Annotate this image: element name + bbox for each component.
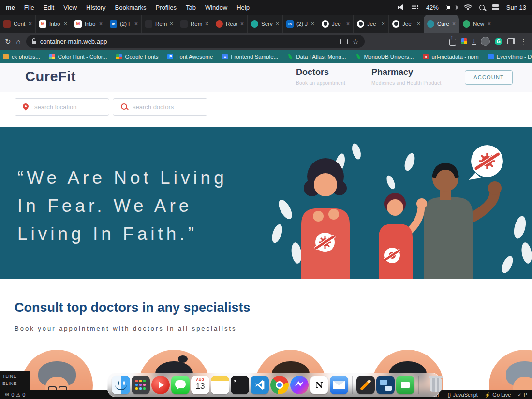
spotlight-search-icon[interactable] bbox=[479, 5, 485, 10]
dock-pencil-app-icon[interactable] bbox=[356, 376, 375, 394]
dock-vscode-icon[interactable] bbox=[251, 376, 269, 394]
nav-pharmacy[interactable]: Pharmacy Medicines and Health Product bbox=[371, 67, 442, 86]
tab-close-icon[interactable] bbox=[311, 21, 314, 27]
prettier-indicator[interactable]: P bbox=[517, 392, 527, 398]
dock-terminal-icon[interactable] bbox=[231, 376, 249, 394]
tab-close-icon[interactable] bbox=[205, 21, 208, 27]
tab-close-icon[interactable] bbox=[276, 21, 279, 27]
bookmark-item[interactable]: Everything - Docu... bbox=[488, 54, 532, 59]
browser-tab[interactable]: Jee bbox=[353, 15, 388, 33]
dock-displays-app-icon[interactable] bbox=[376, 376, 395, 394]
bookmark-item[interactable]: Data | Atlas: Mong... bbox=[287, 54, 346, 59]
search-location-input[interactable] bbox=[15, 98, 109, 116]
browser-tab[interactable]: Jee bbox=[318, 15, 353, 33]
browser-tab[interactable]: Inbo bbox=[35, 15, 71, 33]
browser-tab[interactable]: Cent bbox=[0, 15, 35, 33]
menu-tab[interactable]: Tab bbox=[186, 4, 196, 11]
nav-doctors[interactable]: Doctors Book an appointment bbox=[296, 67, 345, 86]
bookmark-item[interactable]: ck photos... bbox=[3, 54, 40, 59]
tab-close-icon[interactable] bbox=[134, 21, 138, 27]
tab-close-icon[interactable] bbox=[170, 21, 173, 27]
account-button[interactable]: ACCOUNT bbox=[465, 70, 513, 85]
tab-close-icon[interactable] bbox=[64, 21, 67, 27]
tab-close-icon[interactable] bbox=[99, 21, 103, 27]
tab-close-icon[interactable] bbox=[488, 21, 491, 27]
warnings-icon bbox=[16, 392, 20, 398]
github-favicon bbox=[357, 20, 364, 28]
dock-finder-icon[interactable] bbox=[112, 376, 130, 394]
url-text[interactable]: container-main.web.app bbox=[40, 38, 337, 45]
menu-bookmarks[interactable]: Bookmarks bbox=[115, 4, 147, 11]
browser-tab[interactable]: Rem bbox=[177, 15, 212, 33]
bookmark-item[interactable]: MongoDB Univers... bbox=[355, 54, 414, 59]
share-icon[interactable] bbox=[449, 39, 456, 46]
browser-tab[interactable]: Rem bbox=[141, 15, 177, 33]
profile-avatar[interactable] bbox=[481, 37, 490, 46]
dock-calendar-icon[interactable]: AUG 13 bbox=[191, 376, 209, 394]
tab-close-icon[interactable] bbox=[29, 21, 32, 27]
dock-launchpad-icon[interactable] bbox=[132, 376, 150, 394]
menubar-clock[interactable]: Sun 13 bbox=[506, 4, 526, 11]
home-icon[interactable]: ⌂ bbox=[16, 38, 21, 45]
browser-tab[interactable]: Jee bbox=[388, 15, 424, 33]
extension-grid-icon[interactable] bbox=[461, 38, 467, 44]
bookmark-item[interactable]: Color Hunt - Color... bbox=[49, 54, 107, 59]
bookmark-item[interactable]: Font Awesome bbox=[167, 54, 213, 59]
dock-green-app-icon[interactable] bbox=[396, 376, 414, 394]
tab-close-icon[interactable] bbox=[452, 21, 456, 27]
address-bar[interactable]: container-main.web.app ☆ bbox=[26, 35, 365, 48]
browser-tab[interactable]: Serv bbox=[247, 15, 282, 33]
menu-view[interactable]: View bbox=[63, 4, 77, 11]
browser-tab[interactable]: Inbo bbox=[71, 15, 106, 33]
dock-mail-icon[interactable] bbox=[330, 376, 348, 394]
menu-help[interactable]: Help bbox=[236, 4, 250, 11]
install-app-icon[interactable] bbox=[340, 39, 348, 44]
dock-notes-icon[interactable] bbox=[211, 376, 229, 394]
browser-tab[interactable]: Reac bbox=[212, 15, 247, 33]
control-center-icon[interactable] bbox=[492, 4, 499, 11]
reload-icon[interactable]: ↻ bbox=[5, 38, 11, 45]
go-live-button[interactable]: Go Live bbox=[485, 392, 511, 398]
bookmark-item[interactable]: Frontend Sample... bbox=[222, 54, 278, 59]
bookmark-item[interactable]: Google Fonts bbox=[116, 54, 158, 59]
dock-messages-icon[interactable] bbox=[171, 376, 190, 394]
side-panel-icon[interactable] bbox=[507, 38, 515, 44]
outline-panel-label[interactable]: TLINE bbox=[0, 371, 30, 379]
download-icon[interactable]: ↓ bbox=[472, 38, 476, 44]
menu-file[interactable]: File bbox=[24, 4, 34, 11]
dock-chrome-icon[interactable] bbox=[270, 376, 289, 394]
bookmark-item[interactable]: url-metadata - npm bbox=[423, 54, 478, 59]
tab-close-icon[interactable] bbox=[240, 21, 244, 27]
menu-window[interactable]: Window bbox=[205, 4, 227, 11]
curefit-logo[interactable]: CureFit bbox=[25, 69, 76, 85]
browser-tab-active[interactable]: Cure bbox=[424, 15, 459, 33]
wifi-icon[interactable] bbox=[464, 4, 472, 11]
speaker-icon[interactable] bbox=[398, 4, 405, 10]
search-doctors-field[interactable] bbox=[113, 98, 207, 116]
menu-edit[interactable]: Edit bbox=[44, 4, 54, 11]
dock-trash-icon[interactable] bbox=[427, 376, 445, 394]
tab-close-icon[interactable] bbox=[346, 21, 350, 27]
browser-tab[interactable]: New bbox=[459, 15, 494, 33]
problems-indicator[interactable]: 0 0 bbox=[5, 391, 25, 398]
timeline-panel-label[interactable]: ELINE bbox=[0, 379, 30, 386]
search-location-field[interactable] bbox=[15, 98, 109, 116]
display-dots-icon[interactable] bbox=[412, 5, 419, 10]
dock-messenger-icon[interactable] bbox=[290, 376, 309, 394]
browser-tab[interactable]: (2) J bbox=[282, 15, 318, 33]
dock-media-play-icon[interactable] bbox=[151, 376, 170, 394]
browser-tab[interactable]: (2) F bbox=[106, 15, 141, 33]
dock-notion-icon[interactable] bbox=[310, 376, 328, 394]
menu-profiles[interactable]: Profiles bbox=[156, 4, 177, 11]
language-indicator[interactable]: {} JavaScript bbox=[447, 392, 478, 398]
bookmark-star-icon[interactable]: ☆ bbox=[352, 38, 358, 45]
tab-close-icon[interactable] bbox=[417, 21, 420, 27]
menu-history[interactable]: History bbox=[86, 4, 105, 11]
tab-close-icon[interactable] bbox=[382, 21, 385, 27]
browser-menu-icon[interactable]: ⋮ bbox=[520, 38, 527, 45]
grammarly-extension-icon[interactable] bbox=[495, 38, 502, 45]
boy-figure bbox=[379, 193, 427, 279]
man-figure bbox=[424, 163, 502, 279]
check-icon bbox=[517, 392, 521, 398]
site-favicon bbox=[251, 20, 258, 28]
